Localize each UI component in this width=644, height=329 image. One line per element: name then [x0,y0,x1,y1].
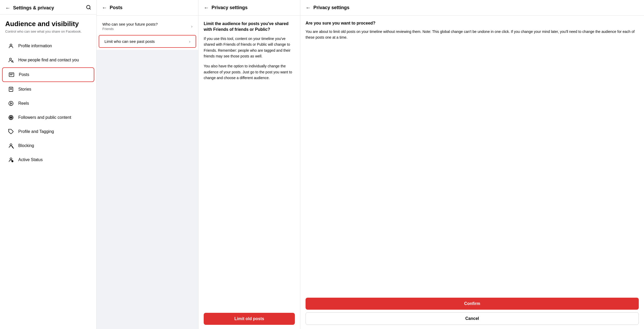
posts-panel-bg [97,50,198,329]
confirm-panel-title: Privacy settings [313,5,349,10]
confirm-panel-bottom: Confirm Cancel [300,293,644,329]
confirm-panel: ← Privacy settings Are you sure you want… [300,0,644,329]
sidebar-header: ← Settings & privacy [0,0,96,15]
chevron-right-icon: › [191,24,192,28]
sidebar-item-profile-information[interactable]: Profile information [2,39,94,53]
chevron-right-icon: › [189,39,190,44]
sidebar-item-label: Posts [19,72,29,77]
sidebar-item-label: Followers and public content [18,115,71,120]
sidebar-item-posts[interactable]: Posts [2,67,94,82]
sidebar-header-left: ← Settings & privacy [5,5,54,11]
sidebar-panel: ← Settings & privacy Audience and visibi… [0,0,97,329]
privacy-settings-panel: ← Privacy settings Limit the audience fo… [198,0,300,329]
future-posts-item[interactable]: Who can see your future posts? Friends › [97,18,198,35]
svg-point-21 [10,158,12,160]
past-posts-label: Limit who can see past posts [104,39,155,44]
privacy-desc-body1: If you use this tool, content on your ti… [204,36,295,59]
person-search-icon [7,56,15,64]
privacy-back-arrow[interactable]: ← [204,5,209,11]
tagging-icon [7,128,15,135]
svg-point-12 [9,101,13,106]
stories-icon [7,86,15,93]
posts-icon [8,71,15,78]
future-posts-sublabel: Friends [102,27,158,31]
past-posts-text: Limit who can see past posts [104,39,155,44]
past-posts-item[interactable]: Limit who can see past posts › [99,35,196,48]
sidebar-title: Settings & privacy [13,5,54,11]
posts-panel-title: Posts [110,5,122,10]
sidebar-back-arrow[interactable]: ← [5,5,10,11]
reels-icon [7,100,15,107]
followers-icon [7,114,15,121]
svg-point-2 [10,44,12,46]
svg-line-1 [90,8,91,9]
limit-old-posts-button[interactable]: Limit old posts [204,313,295,325]
svg-marker-13 [10,103,12,104]
privacy-settings-header: ← Privacy settings [198,0,300,16]
confirm-panel-header: ← Privacy settings [300,0,644,16]
sidebar-item-label: Profile information [18,44,52,48]
sidebar-item-label: How people find and contact you [18,58,79,62]
sidebar-item-how-people-find[interactable]: How people find and contact you [2,53,94,67]
privacy-desc-title: Limit the audience for posts you've shar… [204,21,295,33]
sidebar-item-label: Blocking [18,143,34,148]
future-posts-label: Who can see your future posts? [102,22,158,26]
future-posts-text: Who can see your future posts? Friends [102,22,158,31]
cancel-button[interactable]: Cancel [306,312,639,325]
privacy-desc-body2: You also have the option to individually… [204,63,295,81]
svg-line-5 [13,62,13,62]
confirm-panel-content: Are you sure you want to proceed? You ar… [300,16,644,293]
sidebar-item-active-status[interactable]: Active Status [2,153,94,167]
confirm-body: You are about to limit old posts on your… [306,29,639,40]
audience-section: Audience and visibility Control who can … [0,15,96,36]
audience-subtitle: Control who can see what you share on Fa… [5,30,91,33]
nav-items: Profile information How people find and … [0,36,96,170]
posts-panel-header: ← Posts [97,0,198,16]
privacy-settings-bottom: Limit old posts [198,309,300,329]
sidebar-item-stories[interactable]: Stories [2,83,94,96]
svg-point-3 [10,58,11,60]
svg-point-22 [12,161,13,162]
blocking-icon [7,142,15,149]
privacy-settings-content: Limit the audience for posts you've shar… [198,16,300,309]
sidebar-item-reels[interactable]: Reels [2,97,94,110]
sidebar-item-label: Stories [18,87,31,92]
sidebar-item-followers[interactable]: Followers and public content [2,111,94,124]
sidebar-item-profile-tagging[interactable]: Profile and Tagging [2,125,94,138]
sidebar-item-label: Profile and Tagging [18,129,54,134]
posts-list: Who can see your future posts? Friends ›… [97,16,198,50]
confirm-button[interactable]: Confirm [306,298,639,310]
sidebar-item-blocking[interactable]: Blocking [2,139,94,152]
search-icon[interactable] [86,5,91,11]
posts-panel: ← Posts Who can see your future posts? F… [97,0,198,329]
person-icon [7,42,15,50]
posts-back-arrow[interactable]: ← [102,5,107,11]
svg-point-19 [10,144,12,146]
sidebar-item-label: Reels [18,101,29,106]
confirm-title: Are you sure you want to proceed? [306,21,639,26]
audience-title: Audience and visibility [5,20,91,28]
active-status-icon [7,156,15,163]
privacy-settings-title: Privacy settings [212,5,248,10]
confirm-back-arrow[interactable]: ← [306,5,311,11]
sidebar-item-label: Active Status [18,157,43,162]
